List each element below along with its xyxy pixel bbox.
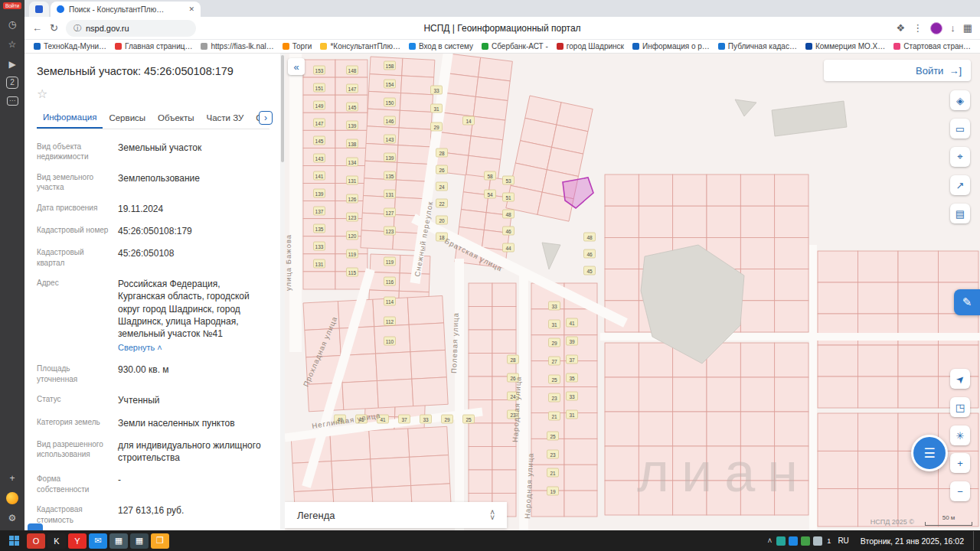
panel-tab[interactable]: Информация <box>37 107 103 129</box>
locate-button[interactable]: ➤ <box>950 369 970 389</box>
tray-icon[interactable] <box>789 536 798 546</box>
taskbar-app[interactable]: ❒ <box>151 533 169 549</box>
svg-text:116: 116 <box>386 279 394 285</box>
panel-collapse-button[interactable]: « <box>288 58 305 75</box>
clock[interactable]: Вторник, 21 янв 2025, 16:02 <box>856 536 969 546</box>
sidebar-login-button[interactable]: Войти <box>3 2 21 9</box>
svg-text:135: 135 <box>315 227 324 232</box>
bookmark-item[interactable]: Главная страниц… <box>112 42 195 51</box>
panel-tab[interactable]: Сервисы <box>103 108 152 128</box>
svg-text:21: 21 <box>550 471 556 476</box>
favorite-star-icon[interactable]: ☆ <box>37 86 270 101</box>
taskbar-app[interactable]: ▦ <box>109 533 128 549</box>
chat-widget-sliver[interactable] <box>28 523 43 530</box>
svg-text:133: 133 <box>315 244 324 249</box>
extent-button[interactable]: ◳ <box>950 397 970 417</box>
taskbar-app[interactable]: ✉ <box>89 533 107 549</box>
svg-text:58: 58 <box>487 174 493 179</box>
share-button[interactable]: ↗ <box>950 175 970 195</box>
field-label: Статус <box>37 394 118 406</box>
svg-text:14: 14 <box>466 119 472 124</box>
bookmark-item[interactable]: Торги <box>279 42 315 51</box>
map-viewport[interactable]: 1531511491471451431411391371351331311481… <box>285 54 980 530</box>
svg-text:154: 154 <box>386 82 394 87</box>
language-indicator[interactable]: RU <box>835 536 851 546</box>
svg-text:158: 158 <box>386 64 394 69</box>
menu-dots-icon[interactable]: ⋮ <box>913 22 923 34</box>
field-row: Вид разрешенного использованиядля индиви… <box>37 439 270 464</box>
messenger-icon[interactable]: ⋯ <box>4 93 21 109</box>
player-icon[interactable]: ▶ <box>4 57 21 72</box>
side-panels-icon[interactable]: ▦ <box>963 22 972 34</box>
bookmark-item[interactable]: Публичная кадас… <box>715 42 800 51</box>
scrollbar-thumb[interactable] <box>281 55 284 162</box>
bookmark-item[interactable]: Стартовая стран… <box>890 42 974 51</box>
zoom-in-button[interactable]: + <box>950 453 970 473</box>
collapse-address-link[interactable]: Свернуть ˄ <box>118 342 162 354</box>
field-row: СтатусУчтенный <box>37 394 270 406</box>
panel-scrollbar[interactable] <box>280 54 285 530</box>
address-bar[interactable]: ⓘ nspd.gov.ru <box>66 20 196 37</box>
panel-tab[interactable]: Объекты <box>152 108 200 128</box>
profile-avatar[interactable] <box>930 22 942 34</box>
settings-gear-icon[interactable]: ⚙ <box>4 510 21 526</box>
tabs-counter-icon[interactable]: 2 <box>6 77 18 89</box>
taskbar-app[interactable]: Y <box>68 533 87 549</box>
tray-expand-icon[interactable]: ˄ <box>768 536 773 545</box>
snap-button[interactable]: ✳ <box>950 425 970 445</box>
bookmark-item[interactable]: https://fias-lk.nal… <box>198 42 276 51</box>
tabs-overflow-button[interactable]: › <box>259 111 273 125</box>
svg-text:улица Бажова: улица Бажова <box>285 234 292 291</box>
svg-text:24: 24 <box>439 184 445 190</box>
pinned-tab[interactable] <box>29 2 49 17</box>
panel-tab[interactable]: Части ЗУ <box>201 108 250 128</box>
active-tab[interactable]: Поиск - КонсультантПлю… ✕ <box>51 2 201 17</box>
services-ball-icon <box>6 492 18 504</box>
bookmark-item[interactable]: *КонсультантПлю… <box>317 42 403 51</box>
taskbar-app[interactable]: ▦ <box>130 533 149 549</box>
svg-text:35: 35 <box>569 376 575 381</box>
bookmarks-icon[interactable]: ☆ <box>4 37 21 52</box>
cadastral-map[interactable]: 1531511491471451431411391371351331311481… <box>285 54 980 530</box>
zoom-out-button[interactable]: − <box>950 481 970 501</box>
measure-button[interactable]: ▭ <box>950 119 970 139</box>
support-chat-button[interactable]: ☰ <box>911 435 948 471</box>
print-button[interactable]: ▤ <box>950 204 970 223</box>
bookmark-favicon <box>115 43 122 50</box>
taskbar-app[interactable]: O <box>27 533 45 549</box>
layers-button[interactable]: ◈ <box>950 90 970 110</box>
svg-text:114: 114 <box>386 299 394 305</box>
bookmark-item[interactable]: ТехноКад-Муни… <box>31 42 109 51</box>
tray-icon[interactable] <box>813 536 822 546</box>
downloads-icon[interactable]: ↓ <box>950 22 956 34</box>
map-login-button[interactable]: Войти →] <box>824 60 971 81</box>
extensions-icon[interactable]: ❖ <box>897 22 906 34</box>
refresh-icon[interactable]: ↻ <box>50 22 58 34</box>
bookmark-favicon <box>482 43 488 50</box>
history-icon[interactable]: ◷ <box>4 17 21 32</box>
legend-bar[interactable]: Легенда ˄ ˅ <box>285 502 507 528</box>
bookmarks-bar: ТехноКад-Муни…Главная страниц…https://fi… <box>24 40 980 54</box>
show-desktop-button[interactable] <box>973 531 977 550</box>
bookmark-favicon <box>557 43 564 50</box>
tab-close-icon[interactable]: ✕ <box>184 5 194 13</box>
bookmark-item[interactable]: Вход в систему <box>406 42 476 51</box>
bookmark-item[interactable]: Коммерция МО.Х… <box>802 42 888 51</box>
feedback-widget-button[interactable]: ✎ <box>954 289 980 315</box>
survey-button[interactable]: ⌖ <box>950 147 970 167</box>
field-label: Вид объекта недвижимости <box>37 142 118 162</box>
bookmark-label: Публичная кадас… <box>728 42 797 51</box>
site-info-icon[interactable]: ⓘ <box>74 23 81 34</box>
start-button[interactable] <box>3 532 24 550</box>
parcel-info-panel: Земельный участок: 45:26:050108:179 ☆ Ин… <box>24 54 280 530</box>
bookmark-item[interactable]: город Шадринск <box>554 42 627 51</box>
add-panel-icon[interactable]: + <box>4 471 21 486</box>
yandex-services-icon[interactable] <box>4 491 21 506</box>
back-icon[interactable]: ← <box>32 22 42 34</box>
tray-icon[interactable] <box>776 536 786 546</box>
bookmark-item[interactable]: Информация о р… <box>629 42 713 51</box>
svg-text:138: 138 <box>348 142 357 147</box>
bookmark-item[interactable]: Сбербанк-АСТ - <box>479 42 551 51</box>
tray-icon[interactable] <box>801 536 810 546</box>
taskbar-app[interactable]: K <box>47 533 66 549</box>
